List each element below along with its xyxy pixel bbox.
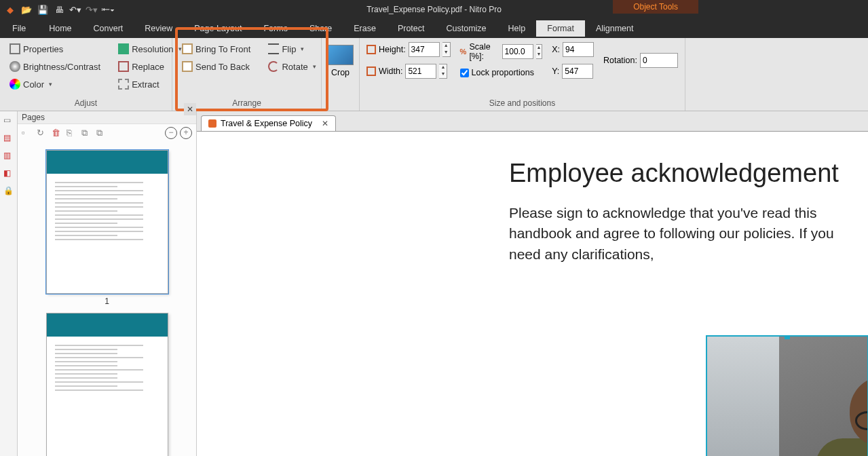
x-input[interactable] <box>563 42 594 57</box>
width-spinner[interactable]: ▲▼ <box>439 64 447 79</box>
ribbon-group-size-positions: Height:▲▼ Width:▲▼ %Scale [%]:▲▼ Lock pr… <box>360 38 685 111</box>
scale-label: Scale [%]: <box>469 42 499 61</box>
menu-help[interactable]: Help <box>497 20 537 37</box>
page-gutter <box>197 132 434 456</box>
open-icon[interactable]: 📂 <box>20 3 33 16</box>
page-thumbnail-2[interactable] <box>46 313 168 456</box>
menu-home[interactable]: Home <box>38 20 82 37</box>
height-label: Height: <box>379 45 406 54</box>
ribbon-group-crop: Crop <box>322 38 360 111</box>
lock-proportions-checkbox[interactable] <box>460 69 469 77</box>
bring-front-icon <box>182 43 193 54</box>
doc-heading: Employee acknowledgement <box>509 159 868 188</box>
menu-page-layout[interactable]: Page Layout <box>183 20 252 37</box>
doc-paragraph: Please sign to acknowledge that you've r… <box>509 203 868 265</box>
rotate-button[interactable]: Rotate <box>265 60 318 73</box>
replace-icon <box>118 61 129 72</box>
brightness-contrast-button[interactable]: Brightness/Contrast <box>7 60 103 73</box>
image-bg <box>707 337 779 456</box>
workspace: ▭ ▤ ▥ ◧ 🔒 Pages ✕ ▫ ↻ 🗑 ⎘ ⧉ ⧉ − + <box>0 111 868 456</box>
group-label-adjust: Adjust <box>7 96 165 109</box>
send-to-back-button[interactable]: Send To Back <box>179 60 253 73</box>
menu-alignment[interactable]: Alignment <box>585 20 645 37</box>
height-spinner[interactable]: ▲▼ <box>442 42 451 57</box>
resize-handle-n[interactable] <box>785 335 790 339</box>
rail-security-icon[interactable]: 🔒 <box>3 186 14 197</box>
menu-review[interactable]: Review <box>134 20 183 37</box>
rotation-input[interactable] <box>640 53 678 68</box>
app-icon: ◆ <box>4 3 16 16</box>
color-button[interactable]: Color <box>7 77 103 91</box>
rail-bookmarks-icon[interactable]: ▤ <box>3 133 14 144</box>
document-canvas[interactable]: Employee acknowledgement Please sign to … <box>197 132 868 456</box>
width-label: Width: <box>379 66 402 76</box>
bring-to-front-button[interactable]: Bring To Front <box>179 42 253 56</box>
page-number-1: 1 <box>31 297 183 306</box>
group-label-arrange: Arrange <box>179 96 314 109</box>
flip-button[interactable]: Flip <box>265 42 318 56</box>
width-icon <box>366 66 376 76</box>
crop-button[interactable]: Crop <box>328 45 354 77</box>
window-title: Travel_Expense Policy.pdf - Nitro Pro <box>0 5 868 14</box>
titlebar: ◆ 📂 💾 🖶 ↶▾ ↷▾ ⭰▾ Travel_Expense Policy.p… <box>0 0 868 38</box>
ribbon-group-arrange: Bring To Front Send To Back Flip Rotate … <box>172 38 322 111</box>
quick-access-toolbar: ◆ 📂 💾 🖶 ↶▾ ↷▾ ⭰▾ <box>4 3 114 16</box>
context-tab-label: Object Tools <box>613 0 698 14</box>
document-tab-label: Travel & Expense Policy <box>221 119 312 128</box>
pages-tb-copy-icon[interactable]: ⧉ <box>81 128 92 138</box>
save-icon[interactable]: 💾 <box>37 3 49 16</box>
rotation-label: Rotation: <box>603 56 637 65</box>
width-input[interactable] <box>405 64 436 79</box>
height-icon <box>366 45 376 54</box>
pages-panel-title: Pages <box>22 113 45 122</box>
pages-zoom-in[interactable]: + <box>180 127 192 139</box>
pages-tb-paste-icon[interactable]: ⧉ <box>96 128 107 138</box>
rail-pages-icon[interactable]: ▭ <box>3 115 14 126</box>
scale-spinner[interactable]: ▲▼ <box>536 44 543 59</box>
ribbon: Properties Brightness/Contrast Color Res… <box>0 38 868 111</box>
document-tabstrip: Travel & Expense Policy ✕ <box>197 111 868 132</box>
rotate-icon <box>268 61 279 72</box>
menu-share[interactable]: Share <box>299 20 343 37</box>
menu-forms[interactable]: Forms <box>252 20 298 37</box>
menu-protect[interactable]: Protect <box>387 20 436 37</box>
group-label-sizepos: Size and positions <box>366 96 678 109</box>
properties-icon <box>10 43 20 54</box>
properties-button[interactable]: Properties <box>7 42 103 56</box>
thumbnails[interactable]: 1 <box>18 142 196 456</box>
menu-file[interactable]: File <box>0 20 38 37</box>
rail-layers-icon[interactable]: ▥ <box>3 151 14 162</box>
extract-icon <box>118 79 129 90</box>
rail-attachments-icon[interactable]: ◧ <box>3 168 14 179</box>
document-tab-icon <box>208 119 216 128</box>
pages-tb-rotate-icon[interactable]: ↻ <box>37 128 48 138</box>
brightness-icon <box>10 61 20 72</box>
height-input[interactable] <box>409 42 440 57</box>
pages-tb-new-icon[interactable]: ▫ <box>22 128 33 138</box>
x-label: X: <box>552 45 560 54</box>
flip-icon <box>268 43 279 54</box>
scale-input[interactable] <box>502 44 533 59</box>
document-tab-close[interactable]: ✕ <box>322 119 328 128</box>
pages-tb-extract-icon[interactable]: ⎘ <box>67 128 77 138</box>
print-icon[interactable]: 🖶 <box>53 3 65 16</box>
pages-panel-close[interactable]: ✕ <box>184 103 196 115</box>
undo-icon[interactable]: ↶▾ <box>69 3 81 16</box>
crop-icon <box>328 45 354 65</box>
pages-zoom-out[interactable]: − <box>165 127 177 139</box>
select-icon[interactable]: ⭰▾ <box>102 3 114 16</box>
pages-toolbar: ▫ ↻ 🗑 ⎘ ⧉ ⧉ − + <box>18 124 196 142</box>
menu-format[interactable]: Format <box>536 20 585 37</box>
menu-erase[interactable]: Erase <box>343 20 387 37</box>
selected-image-object[interactable]: ↻ ✥ <box>706 335 868 456</box>
redo-icon[interactable]: ↷▾ <box>86 3 98 16</box>
menubar: File Home Convert Review Page Layout For… <box>0 19 868 38</box>
y-label: Y: <box>552 66 559 76</box>
document-tab[interactable]: Travel & Expense Policy ✕ <box>201 115 336 131</box>
menu-customize[interactable]: Customize <box>436 20 497 37</box>
image-person <box>802 364 868 456</box>
y-input[interactable] <box>562 64 593 79</box>
page-thumbnail-1[interactable] <box>46 150 168 294</box>
pages-tb-delete-icon[interactable]: 🗑 <box>52 128 62 138</box>
menu-convert[interactable]: Convert <box>83 20 134 37</box>
